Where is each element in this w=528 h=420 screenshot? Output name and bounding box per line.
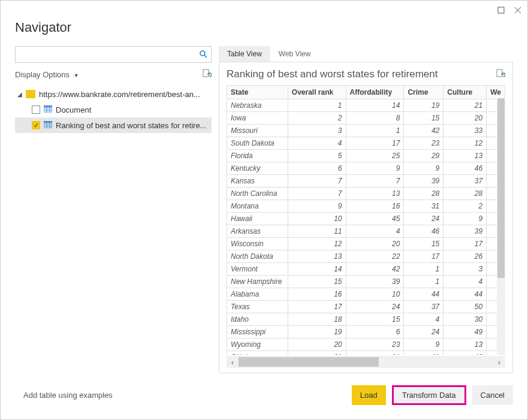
table-cell: 19: [404, 99, 443, 112]
search-box[interactable]: [15, 46, 212, 63]
close-button[interactable]: [513, 5, 523, 15]
preview-title: Ranking of best and worst states for ret…: [227, 68, 438, 80]
table-cell: 15: [346, 313, 404, 326]
table-cell: 23: [346, 339, 404, 351]
table-row[interactable]: Nebraska1141921: [227, 99, 505, 112]
table-scroll: StateOverall rankAffordabilityCrimeCultu…: [227, 85, 505, 355]
horizontal-scrollbar[interactable]: ‹ ›: [227, 356, 505, 368]
table-row[interactable]: Alabama16104444: [227, 288, 505, 301]
table-row[interactable]: Kentucky69946: [227, 162, 505, 175]
table-cell: 11: [346, 351, 404, 355]
column-header[interactable]: Overall rank: [288, 86, 346, 99]
load-button[interactable]: Load: [352, 385, 386, 405]
table-row[interactable]: Iowa281520: [227, 112, 505, 125]
navigator-tree: ◢ https://www.bankrate.com/retirement/be…: [15, 86, 212, 133]
preview-tabs: Table View Web View: [219, 46, 513, 62]
table-cell: 17: [346, 137, 404, 150]
table-row[interactable]: Florida5252913: [227, 150, 505, 162]
table-cell: 17: [404, 250, 443, 263]
column-header[interactable]: Affordability: [346, 86, 404, 99]
svg-rect-5: [203, 70, 209, 77]
display-options-dropdown[interactable]: Display Options ▼: [15, 70, 79, 79]
table-row[interactable]: Mississippi1962449: [227, 326, 505, 339]
scrollbar-thumb[interactable]: [497, 98, 505, 278]
table-row[interactable]: Wisconsin12201517: [227, 238, 505, 250]
vertical-scrollbar[interactable]: [497, 98, 505, 355]
checkbox[interactable]: [32, 105, 40, 114]
table-cell: 42: [346, 263, 404, 276]
right-panel: Table View Web View Ranking of best and …: [219, 46, 513, 373]
table-row[interactable]: Montana916312: [227, 200, 505, 213]
tree-item-ranking[interactable]: Ranking of best and worst states for ret…: [15, 117, 212, 133]
navigator-dialog: Navigator Display Options ▼: [0, 0, 528, 420]
scroll-left-arrow[interactable]: ‹: [227, 358, 239, 367]
table-row[interactable]: Vermont144213: [227, 263, 505, 276]
table-cell: 10: [346, 288, 404, 301]
refresh-icon[interactable]: [202, 69, 212, 80]
table-cell: 18: [288, 313, 346, 326]
table-cell: 39: [443, 225, 487, 238]
table-row[interactable]: Hawaii1045249: [227, 213, 505, 225]
table-row[interactable]: Missouri314233: [227, 125, 505, 137]
tree-root[interactable]: ◢ https://www.bankrate.com/retirement/be…: [15, 86, 212, 102]
table-cell: 28: [404, 188, 443, 200]
table-cell: 13: [443, 339, 487, 351]
table-cell: 1: [404, 276, 443, 288]
add-table-button[interactable]: Add table using examples: [15, 387, 121, 403]
collapse-icon[interactable]: ◢: [17, 91, 26, 98]
cancel-button[interactable]: Cancel: [472, 385, 513, 405]
table-row[interactable]: Wyoming2023913: [227, 339, 505, 351]
table-cell: 20: [346, 238, 404, 250]
table-cell: Iowa: [227, 112, 288, 125]
search-input[interactable]: [19, 50, 199, 59]
column-header[interactable]: We: [487, 86, 505, 99]
svg-line-4: [204, 55, 207, 58]
table-row[interactable]: Texas17243750: [227, 301, 505, 313]
table-cell: 29: [404, 150, 443, 162]
table-cell: 14: [346, 99, 404, 112]
table-cell: Montana: [227, 200, 288, 213]
table-cell: 37: [404, 301, 443, 313]
table-row[interactable]: Oklahoma21114143: [227, 351, 505, 355]
table-cell: Missouri: [227, 125, 288, 137]
transform-data-button[interactable]: Transform Data: [392, 385, 466, 405]
table-cell: 46: [443, 162, 487, 175]
preview-pane: Ranking of best and worst states for ret…: [219, 62, 513, 373]
table-cell: 21: [443, 99, 487, 112]
table-cell: 2: [443, 200, 487, 213]
table-cell: 24: [404, 213, 443, 225]
table-cell: 7: [346, 175, 404, 188]
dialog-title: Navigator: [15, 20, 513, 35]
tree-root-label: https://www.bankrate.com/retirement/best…: [39, 90, 200, 99]
tree-item-document[interactable]: Document: [15, 102, 212, 117]
table-cell: Texas: [227, 301, 288, 313]
table-row[interactable]: Arkansas1144639: [227, 225, 505, 238]
table-cell: 13: [346, 188, 404, 200]
tab-web-view[interactable]: Web View: [270, 46, 319, 62]
table-cell: 12: [443, 137, 487, 150]
table-row[interactable]: North Carolina7132828: [227, 188, 505, 200]
table-row[interactable]: New Hampshire153914: [227, 276, 505, 288]
svg-rect-18: [497, 70, 502, 77]
table-row[interactable]: Kansas773937: [227, 175, 505, 188]
table-cell: 39: [404, 175, 443, 188]
tab-table-view[interactable]: Table View: [219, 46, 270, 62]
table-cell: 2: [288, 112, 346, 125]
checkbox-checked[interactable]: [32, 121, 40, 129]
table-cell: 10: [288, 213, 346, 225]
table-cell: North Dakota: [227, 250, 288, 263]
column-header[interactable]: Crime: [404, 86, 443, 99]
column-header[interactable]: State: [227, 86, 288, 99]
table-row[interactable]: North Dakota13221726: [227, 250, 505, 263]
column-header[interactable]: Culture: [443, 86, 487, 99]
refresh-preview-icon[interactable]: [496, 69, 505, 80]
scrollbar-thumb[interactable]: [239, 357, 379, 367]
scroll-right-arrow[interactable]: ›: [493, 358, 505, 367]
table-row[interactable]: South Dakota4172312: [227, 137, 505, 150]
table-cell: 6: [346, 326, 404, 339]
table-cell: 16: [288, 288, 346, 301]
maximize-button[interactable]: [496, 5, 506, 15]
table-icon: [44, 105, 52, 114]
table-row[interactable]: Idaho1815430: [227, 313, 505, 326]
table-cell: Kansas: [227, 175, 288, 188]
